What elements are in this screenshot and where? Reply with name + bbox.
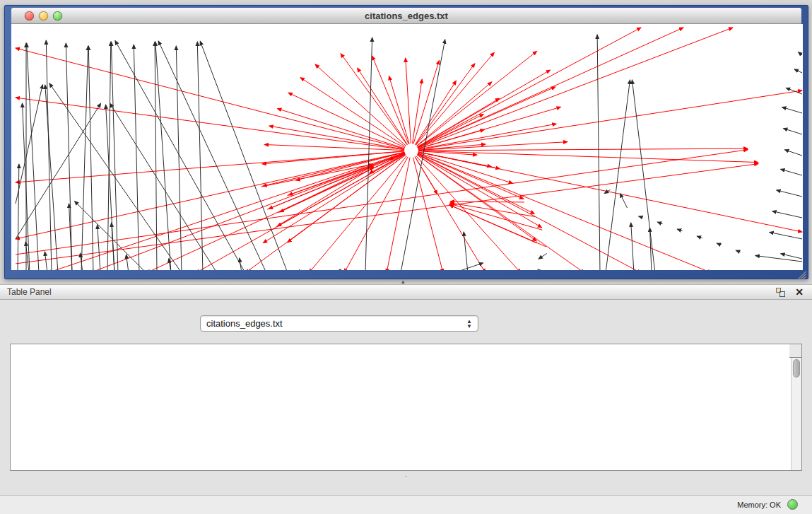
citation-edge[interactable]	[112, 223, 114, 270]
citation-edge-red[interactable]	[372, 56, 409, 144]
citation-edge[interactable]	[781, 169, 802, 175]
table-panel: Table Panel ✕ citations_edges.txt ▲▼	[0, 284, 812, 495]
citation-edge-red[interactable]	[406, 58, 411, 144]
citation-edge[interactable]	[657, 222, 662, 224]
citation-edge[interactable]	[240, 258, 242, 270]
network-window-title: citations_edges.txt	[11, 11, 801, 21]
citation-edge[interactable]	[736, 250, 740, 252]
citation-edge[interactable]	[126, 255, 129, 270]
citation-edge-red[interactable]	[16, 150, 748, 255]
scrollbar-thumb[interactable]	[793, 359, 800, 378]
citation-edge[interactable]	[783, 129, 802, 134]
citation-edge-red[interactable]	[341, 54, 407, 145]
citation-edge-red[interactable]	[300, 78, 406, 147]
network-canvas[interactable]	[11, 24, 803, 270]
citation-edge[interactable]	[620, 194, 627, 208]
citation-edge-red[interactable]	[16, 98, 404, 150]
table-type-tabs	[0, 476, 812, 477]
citation-edge-red[interactable]	[418, 151, 758, 162]
citation-edge[interactable]	[538, 269, 542, 270]
citation-edge[interactable]	[697, 236, 702, 238]
citation-edge[interactable]	[794, 69, 802, 73]
citation-edge[interactable]	[16, 85, 42, 204]
combobox-stepper-icon: ▲▼	[466, 319, 472, 329]
citation-edge[interactable]	[798, 52, 802, 55]
citation-edge-red[interactable]	[417, 155, 584, 270]
citation-edge-red[interactable]	[418, 153, 712, 270]
citation-edge-red[interactable]	[418, 154, 534, 214]
citation-edge[interactable]	[45, 85, 58, 270]
citation-edge[interactable]	[300, 269, 300, 270]
citation-edge[interactable]	[197, 42, 203, 270]
citation-edge[interactable]	[16, 103, 101, 239]
node-table-container	[10, 344, 802, 471]
memory-status-label: Memory: OK	[737, 501, 781, 509]
citation-edge-red[interactable]	[358, 68, 408, 145]
citation-edge[interactable]	[539, 254, 547, 259]
table-source-value: citations_edges.txt	[206, 318, 283, 329]
split-pane-divider[interactable]: ▴	[0, 279, 812, 284]
citation-edge[interactable]	[770, 232, 802, 239]
citation-edge[interactable]	[158, 41, 266, 270]
citation-edge[interactable]	[597, 35, 600, 270]
citation-edge-red[interactable]	[418, 28, 733, 148]
citation-edge-red[interactable]	[418, 153, 524, 199]
citation-edge-red[interactable]	[418, 148, 748, 151]
citation-edge-red[interactable]	[16, 152, 404, 239]
application-window: citations_edges.txt ▴ Table Panel ✕ cita…	[0, 0, 812, 514]
citation-edge-red[interactable]	[418, 107, 561, 148]
citation-edge[interactable]	[782, 107, 802, 113]
citation-edge[interactable]	[777, 190, 802, 197]
citation-edge[interactable]	[631, 223, 634, 270]
citation-edge-red[interactable]	[418, 28, 641, 147]
citation-edge[interactable]	[401, 40, 445, 270]
citation-edge-red[interactable]	[16, 48, 404, 148]
close-panel-icon[interactable]: ✕	[795, 286, 804, 298]
table-panel-title: Table Panel	[7, 287, 52, 297]
citation-edge[interactable]	[81, 46, 88, 270]
citation-edge-red[interactable]	[450, 204, 543, 230]
citation-edge[interactable]	[464, 232, 468, 270]
status-bar: Memory: OK	[0, 495, 812, 514]
citation-edge-red[interactable]	[412, 79, 422, 144]
citation-edge-red[interactable]	[418, 152, 802, 232]
citation-edge[interactable]	[606, 80, 630, 270]
citation-edge[interactable]	[781, 254, 802, 259]
citation-edge[interactable]	[45, 252, 47, 270]
citation-edge-red[interactable]	[16, 151, 404, 182]
citation-edge[interactable]	[250, 269, 251, 270]
table-source-combobox[interactable]: citations_edges.txt ▲▼	[200, 315, 478, 332]
citation-edge[interactable]	[66, 43, 72, 270]
table-panel-header: Table Panel ✕	[0, 285, 812, 300]
window-resize-grip[interactable]	[796, 267, 807, 278]
citation-edge-red[interactable]	[449, 205, 546, 247]
citation-edge[interactable]	[88, 46, 93, 270]
citation-edge[interactable]	[717, 243, 721, 245]
citation-edge[interactable]	[784, 150, 802, 156]
memory-status-indicator-icon[interactable]	[787, 499, 798, 510]
citation-edge-red[interactable]	[450, 201, 524, 202]
table-vertical-scrollbar[interactable]	[791, 358, 801, 470]
citation-edge[interactable]	[454, 263, 483, 270]
citation-network-graph[interactable]	[11, 24, 803, 270]
network-window-titlebar[interactable]: citations_edges.txt	[11, 8, 801, 24]
citation-edge[interactable]	[98, 225, 100, 270]
float-panel-icon[interactable]	[776, 288, 785, 297]
network-view-window[interactable]: citations_edges.txt	[4, 5, 808, 279]
citation-edge-red[interactable]	[261, 164, 372, 187]
citation-edge-red[interactable]	[413, 158, 443, 270]
citation-edge[interactable]	[755, 256, 802, 262]
citation-edge[interactable]	[772, 211, 802, 218]
citation-edge[interactable]	[46, 40, 52, 270]
citation-edge[interactable]	[639, 216, 643, 217]
citation-edge[interactable]	[677, 229, 682, 231]
citation-edge[interactable]	[74, 201, 146, 270]
